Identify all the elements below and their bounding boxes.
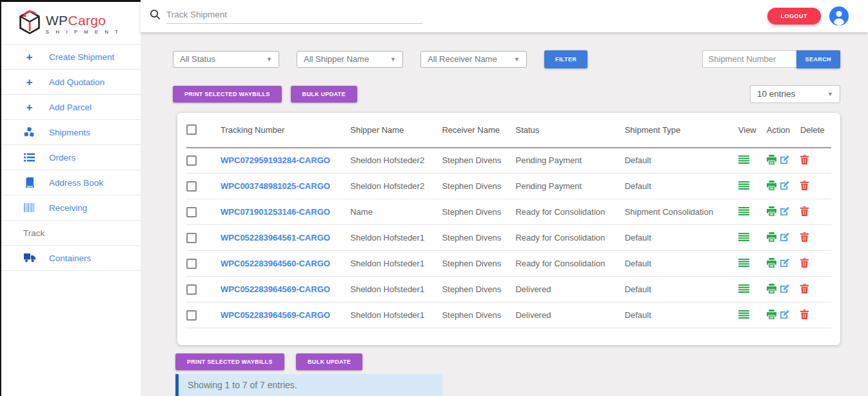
sidebar-item-label: Address Book (49, 178, 103, 188)
content: All Status ▼ All Shipper Name ▼ All Rece… (141, 32, 868, 396)
delete-shipment-icon[interactable] (800, 284, 809, 293)
view-packages-icon[interactable] (738, 284, 749, 293)
tracking-number-link[interactable]: WPC052283964569-CARGO (221, 310, 330, 320)
filter-button[interactable]: FILTER (544, 50, 587, 68)
print-selected-waybills-button-bottom[interactable]: PRINT SELECTED WAYBILLS (175, 353, 284, 370)
edit-shipment-icon[interactable] (780, 181, 789, 190)
receiver-name-cell: Stephen Divens (442, 277, 515, 302)
sidebar-item-address-book[interactable]: Address Book (1, 170, 141, 195)
search-button[interactable]: SEARCH (796, 50, 840, 68)
track-shipment-input[interactable] (166, 10, 423, 19)
delete-shipment-icon[interactable] (800, 258, 809, 268)
delete-shipment-icon[interactable] (800, 206, 809, 216)
sidebar-item-label: Add Quotation (49, 77, 104, 87)
sidebar-item-label: Track (23, 228, 44, 238)
bulk-update-button-bottom[interactable]: BULK UPDATE (296, 353, 362, 370)
row-checkbox[interactable] (186, 207, 197, 217)
row-checkbox[interactable] (186, 181, 197, 192)
shipment-number-input[interactable] (702, 50, 796, 68)
sidebar: WPCargo S H I P M E N T +Create Shipment… (1, 0, 141, 396)
tracking-number-link[interactable]: WPC052283964569-CARGO (221, 284, 330, 294)
entries-per-page-select[interactable]: 10 entries ▼ (750, 85, 840, 103)
shipment-number-search: SEARCH (702, 50, 840, 68)
receiver-filter-select[interactable]: All Receiver Name ▼ (420, 51, 527, 68)
table-row: WPC072959193284-CARGOSheldon Hofsteder2S… (186, 148, 831, 173)
table-row: WPC052283964560-CARGOSheldon Hofsteder1S… (186, 251, 831, 277)
status-filter-select[interactable]: All Status ▼ (173, 51, 279, 68)
edit-shipment-icon[interactable] (780, 232, 789, 242)
cube-logo-icon (18, 9, 41, 38)
delete-shipment-icon[interactable] (800, 232, 809, 242)
receiver-name-cell: Stephen Divens (442, 225, 515, 251)
print-waybill-icon[interactable] (767, 181, 776, 190)
sidebar-item-create-shipment[interactable]: +Create Shipment (1, 45, 141, 70)
logout-button[interactable]: LOGOUT (767, 8, 822, 25)
brand-name: WPCargo (46, 13, 121, 28)
edit-shipment-icon[interactable] (780, 310, 789, 319)
print-waybill-icon[interactable] (767, 206, 776, 216)
topbar: LOGOUT (141, 0, 868, 32)
print-waybill-icon[interactable] (767, 155, 776, 164)
sidebar-item-shipments[interactable]: Shipments (1, 120, 141, 145)
table-row: WPC003748981025-CARGOSheldon Hofsteder2S… (186, 173, 831, 199)
print-waybill-icon[interactable] (767, 258, 776, 268)
edit-shipment-icon[interactable] (780, 206, 789, 216)
print-selected-waybills-button[interactable]: PRINT SELECTED WAYBILLS (173, 86, 282, 103)
sidebar-item-label: Create Shipment (49, 52, 114, 62)
view-packages-icon[interactable] (738, 233, 749, 241)
sidebar-item-label: Receiving (49, 203, 87, 213)
plus-icon: + (23, 102, 35, 113)
col-header-status: Status (515, 113, 624, 148)
row-checkbox[interactable] (186, 310, 197, 321)
chevron-down-icon: ▼ (266, 56, 272, 63)
view-packages-icon[interactable] (738, 310, 749, 319)
view-packages-icon[interactable] (738, 155, 749, 164)
edit-shipment-icon[interactable] (780, 258, 789, 268)
sidebar-item-track[interactable]: Track (1, 221, 141, 246)
shipment-type-cell: Default (625, 277, 738, 302)
edit-shipment-icon[interactable] (780, 155, 789, 164)
row-checkbox[interactable] (186, 259, 197, 269)
shipper-name-cell: Sheldon Hofsteder1 (350, 302, 442, 328)
view-packages-icon[interactable] (738, 181, 749, 190)
sidebar-item-add-parcel[interactable]: +Add Parcel (1, 95, 141, 120)
tracking-number-link[interactable]: WPC072959193284-CARGO (221, 155, 330, 165)
sidebar-item-label: Shipments (49, 128, 90, 137)
print-waybill-icon[interactable] (767, 232, 776, 242)
shipper-filter-value: All Shipper Name (304, 54, 369, 64)
select-all-checkbox[interactable] (186, 124, 197, 135)
view-packages-icon[interactable] (738, 259, 749, 267)
sidebar-item-label: Containers (49, 253, 91, 263)
sidebar-item-add-quotation[interactable]: +Add Quotation (1, 70, 141, 95)
delete-shipment-icon[interactable] (800, 155, 809, 164)
status-cell: Ready for Consolidation (515, 199, 624, 225)
col-header-tracking-number: Tracking Number (221, 113, 350, 148)
edit-shipment-icon[interactable] (780, 284, 789, 293)
tracking-number-link[interactable]: WPC052283964560-CARGO (221, 259, 330, 268)
receiver-name-cell: Stephen Divens (442, 173, 515, 199)
shipment-type-cell: Default (625, 148, 738, 173)
tracking-number-link[interactable]: WPC071901253146-CARGO (221, 207, 330, 217)
tracking-number-link[interactable]: WPC052283964561-CARGO (221, 233, 330, 243)
shipment-type-cell: Shipment Consolidation (625, 199, 738, 225)
delete-shipment-icon[interactable] (800, 310, 809, 319)
sidebar-item-containers[interactable]: Containers (1, 246, 141, 271)
row-checkbox[interactable] (186, 233, 197, 243)
footer-actions: PRINT SELECTED WAYBILLS BULK UPDATE (175, 353, 840, 370)
sidebar-item-orders[interactable]: Orders (1, 145, 141, 170)
row-checkbox[interactable] (186, 155, 197, 166)
sidebar-item-receiving[interactable]: Receiving (1, 195, 141, 221)
status-cell: Pending Payment (515, 148, 624, 173)
table-row: WPC052283964561-CARGOSheldon Hofsteder1S… (186, 225, 831, 251)
table-header-row: Tracking NumberShipper NameReceiver Name… (186, 113, 831, 148)
user-avatar-icon[interactable] (829, 6, 849, 26)
shipments-table-card: Tracking NumberShipper NameReceiver Name… (177, 113, 840, 346)
row-checkbox[interactable] (186, 284, 197, 295)
view-packages-icon[interactable] (738, 207, 749, 215)
print-waybill-icon[interactable] (767, 284, 776, 293)
bulk-update-button[interactable]: BULK UPDATE (291, 86, 357, 103)
delete-shipment-icon[interactable] (800, 181, 809, 190)
tracking-number-link[interactable]: WPC003748981025-CARGO (221, 181, 330, 191)
print-waybill-icon[interactable] (767, 310, 776, 319)
shipper-filter-select[interactable]: All Shipper Name ▼ (297, 51, 403, 68)
